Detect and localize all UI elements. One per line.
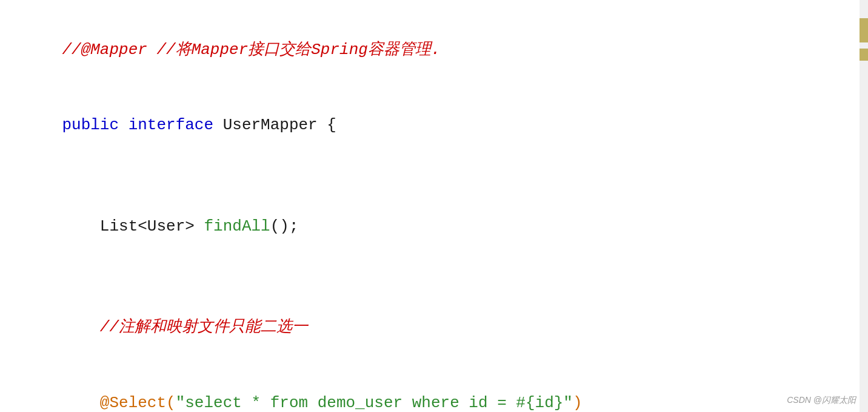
keyword-public: public bbox=[62, 116, 128, 134]
paren: (); bbox=[270, 217, 299, 235]
scrollbar[interactable] bbox=[860, 0, 868, 412]
line-1: //@Mapper //将Mapper接口交给Spring容器管理. bbox=[24, 12, 844, 88]
method-findall: findAll bbox=[204, 217, 270, 235]
line-6-comment: //注解和映射文件只能二选一 bbox=[62, 318, 308, 336]
annotation-select-1: @Select( bbox=[62, 394, 175, 412]
select-string-1: "select * from demo_user where id = #{id… bbox=[176, 394, 573, 412]
line-3-blank bbox=[24, 164, 844, 189]
line-5-blank bbox=[24, 265, 844, 290]
line-2: public interface UserMapper { bbox=[24, 88, 844, 164]
line-1-comment: //@Mapper //将Mapper接口交给Spring容器管理. bbox=[62, 41, 440, 59]
watermark: CSDN @闪耀太阳 bbox=[787, 395, 856, 406]
line-4: List<User> findAll(); bbox=[24, 189, 844, 265]
code-editor: //@Mapper //将Mapper接口交给Spring容器管理. publi… bbox=[0, 0, 868, 412]
list-user: List<User> bbox=[62, 217, 204, 235]
line-7: @Select("select * from demo_user where i… bbox=[24, 365, 844, 412]
keyword-interface: interface bbox=[129, 116, 223, 134]
class-name: UserMapper { bbox=[223, 116, 336, 134]
scrollbar-thumb-1[interactable] bbox=[860, 18, 868, 42]
scrollbar-thumb-2[interactable] bbox=[860, 49, 868, 61]
line-6: //注解和映射文件只能二选一 bbox=[24, 290, 844, 366]
annotation-close-1: ) bbox=[573, 394, 583, 412]
